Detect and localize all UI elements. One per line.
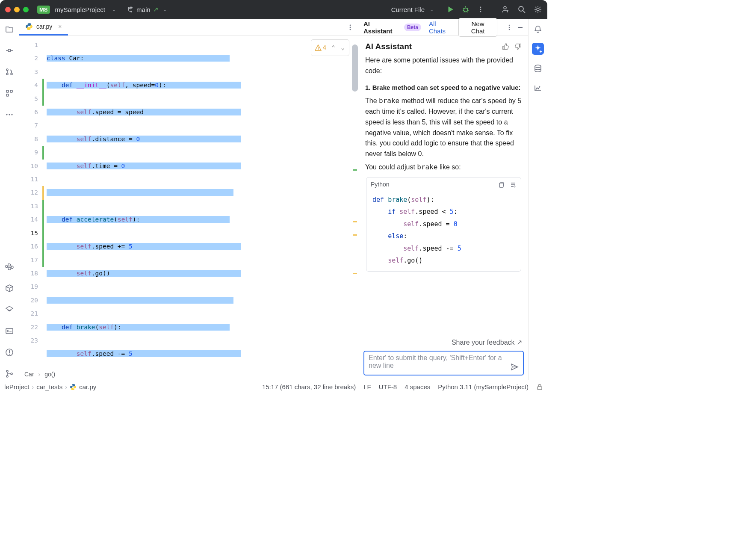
- svg-point-2: [480, 9, 481, 10]
- project-badge: MS: [37, 6, 50, 14]
- ai-code-block: Python def brake(self): if self.speed < …: [366, 177, 521, 272]
- svg-point-16: [11, 114, 12, 115]
- run-config-chevron-icon: ⌄: [430, 7, 434, 12]
- editor-gutter: 1 2 3 4 5 6 7 8 9 10 11 12 13 14 15 16 1: [19, 36, 46, 368]
- breadcrumb-class[interactable]: Car: [24, 371, 34, 378]
- ai-code-content[interactable]: def brake(self): if self.speed < 5: self…: [366, 192, 521, 271]
- copy-code-icon[interactable]: [498, 181, 505, 188]
- svg-rect-11: [6, 90, 9, 92]
- editor-panel: car.py × 1 2 3 4 5 6 7 8 9 1: [19, 19, 359, 380]
- ai-assistant-panel: AI Assistant Beta All Chats New Chat AI …: [359, 19, 528, 380]
- status-encoding[interactable]: UTF-8: [379, 383, 397, 390]
- svg-point-31: [535, 65, 541, 68]
- more-actions-icon[interactable]: [477, 6, 484, 13]
- thumbs-down-icon[interactable]: [514, 43, 522, 50]
- svg-point-4: [504, 6, 506, 9]
- editor-breadcrumbs[interactable]: Car › go(): [19, 368, 359, 380]
- terminal-icon[interactable]: [3, 325, 15, 337]
- status-cursor-pos[interactable]: 15:17 (661 chars, 32 line breaks): [262, 383, 356, 390]
- code-content[interactable]: class Car: def __init__(self, speed=0): …: [46, 36, 359, 368]
- svg-point-26: [318, 49, 319, 50]
- status-line-sep[interactable]: LF: [363, 383, 371, 390]
- structure-tool-icon[interactable]: [3, 87, 15, 99]
- titlebar: MS mySampleProject ⌄ main ↗ ⌄ Current Fi…: [0, 0, 547, 19]
- svg-rect-32: [537, 387, 542, 390]
- traffic-lights: [5, 7, 29, 12]
- inspection-widget[interactable]: 4 ⌃ ⌄: [311, 39, 349, 56]
- svg-point-3: [480, 11, 481, 12]
- file-tab-car[interactable]: car.py ×: [19, 19, 68, 35]
- services-icon[interactable]: [3, 304, 15, 316]
- close-window[interactable]: [5, 7, 11, 12]
- status-lock-icon[interactable]: [536, 384, 543, 390]
- svg-point-6: [537, 8, 539, 11]
- svg-point-19: [9, 354, 10, 355]
- svg-rect-13: [6, 94, 9, 96]
- ai-chat-body: AI Assistant Here are some potential iss…: [359, 36, 528, 337]
- run-icon[interactable]: [446, 6, 454, 13]
- send-icon[interactable]: [510, 363, 519, 371]
- ai-message-title: AI Assistant: [365, 40, 412, 53]
- svg-point-29: [509, 29, 510, 30]
- python-packages-icon[interactable]: [3, 282, 15, 294]
- breadcrumb-method[interactable]: go(): [44, 371, 55, 378]
- database-tool-icon[interactable]: [532, 62, 544, 74]
- next-highlight-icon[interactable]: ⌄: [340, 41, 346, 54]
- status-path[interactable]: leProject › car_tests › car.py: [4, 383, 96, 390]
- svg-point-23: [350, 24, 351, 26]
- branch-name: main: [136, 6, 151, 13]
- debug-icon[interactable]: [462, 6, 470, 13]
- svg-point-1: [480, 7, 481, 8]
- ai-panel-header: AI Assistant Beta All Chats New Chat: [359, 19, 528, 36]
- settings-icon[interactable]: [534, 5, 542, 14]
- svg-point-21: [6, 375, 8, 377]
- svg-point-22: [11, 373, 12, 375]
- sciview-icon[interactable]: [532, 82, 544, 94]
- search-icon[interactable]: [517, 5, 526, 14]
- svg-rect-12: [10, 90, 12, 92]
- run-config-selector[interactable]: Current File ⌄: [391, 6, 434, 13]
- ai-more-icon[interactable]: [506, 24, 513, 31]
- new-chat-button[interactable]: New Chat: [458, 18, 497, 37]
- branch-chevron-icon[interactable]: ⌄: [163, 7, 167, 12]
- left-tool-rail: [0, 19, 19, 380]
- status-indent[interactable]: 4 spaces: [405, 383, 430, 390]
- minimize-panel-icon[interactable]: [517, 24, 524, 31]
- prev-highlight-icon[interactable]: ⌃: [331, 41, 336, 54]
- ai-paragraph-1: The brake method will reduce the car's s…: [365, 96, 522, 160]
- ai-panel-title: AI Assistant: [363, 20, 400, 35]
- close-tab-icon[interactable]: ×: [58, 23, 62, 30]
- svg-point-15: [9, 114, 10, 115]
- share-feedback-link[interactable]: Share your feedback ↗: [359, 337, 528, 347]
- insert-code-icon[interactable]: [510, 181, 517, 188]
- ai-assistant-tool-icon[interactable]: [532, 43, 544, 55]
- code-editor[interactable]: 1 2 3 4 5 6 7 8 9 10 11 12 13 14 15 16 1: [19, 36, 359, 368]
- minimize-window[interactable]: [14, 7, 20, 12]
- code-with-me-icon[interactable]: [501, 5, 510, 14]
- project-tool-icon[interactable]: [3, 23, 15, 35]
- editor-scrollbar[interactable]: [352, 40, 358, 364]
- svg-rect-17: [6, 328, 13, 334]
- svg-point-10: [11, 73, 12, 75]
- all-chats-link[interactable]: All Chats: [429, 20, 454, 35]
- project-chevron-icon[interactable]: ⌄: [112, 7, 116, 12]
- pull-requests-icon[interactable]: [3, 66, 15, 78]
- notifications-icon[interactable]: [532, 23, 544, 35]
- status-interpreter[interactable]: Python 3.11 (mySampleProject): [438, 383, 529, 390]
- maximize-window[interactable]: [23, 7, 29, 12]
- python-console-icon[interactable]: [3, 261, 15, 273]
- ai-paragraph-2: You could adjust brake like so:: [365, 162, 522, 173]
- more-tool-icon[interactable]: [3, 109, 15, 121]
- tab-more-icon[interactable]: [347, 24, 354, 31]
- commit-tool-icon[interactable]: [3, 44, 15, 56]
- thumbs-up-icon[interactable]: [502, 43, 509, 50]
- svg-point-8: [6, 69, 8, 71]
- vcs-tool-icon[interactable]: [3, 368, 15, 380]
- ai-intro-text: Here are some potential issues with the …: [365, 55, 522, 77]
- python-file-icon: [70, 384, 77, 390]
- ai-chat-input[interactable]: Enter' to submit the query, 'Shift+Enter…: [363, 351, 524, 375]
- project-name[interactable]: mySampleProject: [55, 6, 106, 13]
- vcs-branch[interactable]: main ↗ ⌄: [127, 6, 167, 13]
- problems-icon[interactable]: [3, 346, 15, 358]
- svg-point-28: [509, 27, 510, 28]
